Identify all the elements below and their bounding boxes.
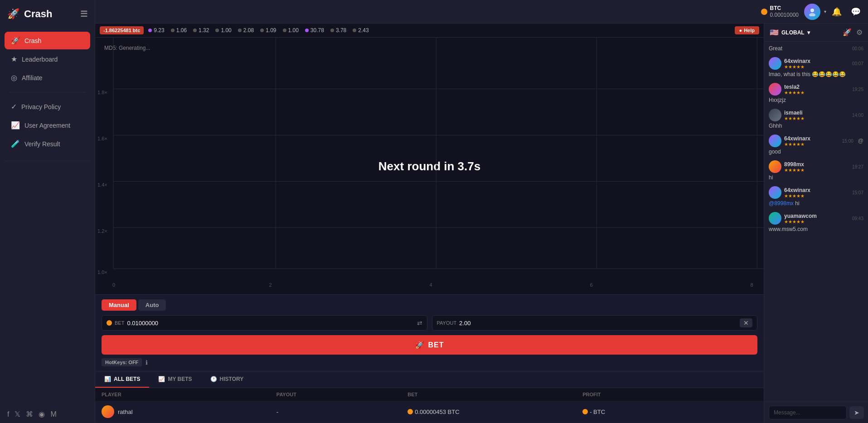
payout-label: PAYOUT: [437, 320, 457, 326]
chart-container: MD5: Generating... Next round in 3.7s: [95, 38, 764, 294]
discord-icon[interactable]: ⌘: [26, 410, 33, 418]
mult-item-1[interactable]: 1.06: [171, 27, 187, 34]
chat-global-label: GLOBAL: [781, 29, 805, 36]
mult-item-9[interactable]: 2.43: [353, 27, 369, 34]
chat-time-1: 19:25: [852, 87, 863, 92]
chat-avatar-5: [769, 186, 781, 199]
chat-avatar-6: [769, 212, 781, 225]
notification-bell-icon[interactable]: 🔔: [832, 7, 842, 17]
chat-top-time: 00:06: [852, 46, 863, 51]
chat-stars-3: ★★★★★: [784, 142, 810, 147]
currency-label: BTC: [770, 5, 799, 11]
mult-item-6[interactable]: 1.00: [283, 27, 299, 34]
verify-icon: 🧪: [11, 139, 20, 148]
chat-stars-5: ★★★★★: [784, 193, 810, 198]
history-icon: 🕐: [210, 376, 217, 382]
chat-username-1: tesla2: [784, 84, 805, 90]
sidebar-item-crash[interactable]: 🚀 Crash: [5, 32, 90, 49]
medium-icon[interactable]: M: [50, 410, 56, 418]
chat-panel: 🇺🇸 GLOBAL ▾ 🚀 ⚙ Great 00:06: [764, 24, 868, 423]
chat-messages-list: Great 00:06 64xwinarx ★★★★★ 00:07 lmao,: [764, 42, 868, 402]
logo-emoji: 🚀: [7, 8, 19, 20]
mult-item-5[interactable]: 1.09: [260, 27, 276, 34]
sidebar-item-affiliate[interactable]: ◎ Affiliate: [5, 69, 90, 87]
payout-clear-button[interactable]: ✕: [740, 318, 752, 327]
chat-stars-4: ★★★★★: [784, 168, 805, 173]
reddit-icon[interactable]: ◉: [39, 410, 45, 418]
tab-history[interactable]: 🕐 HISTORY: [201, 371, 253, 388]
chart-svg: 1.8× 1.6× 1.4× 1.2× 1.0× 0 2 4 6 8: [95, 38, 764, 294]
hotkeys-bar: HotKeys: OFF ℹ: [102, 358, 757, 366]
chat-username-6: yuamawcom: [784, 213, 817, 219]
bet-input[interactable]: [127, 320, 414, 327]
chat-msg-2: ismaeli ★★★★★ 14:00 Ghhh: [769, 109, 863, 129]
header-bet: BET: [407, 392, 582, 397]
chat-message-top: Great 00:06: [769, 45, 863, 52]
chat-username-2: ismaeli: [784, 110, 805, 116]
chat-text-6: www.msw5.com: [769, 226, 863, 232]
logo: 🚀 Crash ☰: [0, 0, 95, 28]
privacy-icon: ✓: [11, 102, 17, 111]
tab-manual[interactable]: Manual: [102, 299, 136, 311]
bet-btc-icon: [107, 320, 112, 326]
sidebar-item-privacy[interactable]: ✓ Privacy Policy: [5, 98, 90, 115]
tab-all-bets[interactable]: 📊 ALL BETS: [95, 371, 149, 388]
bet-arrows-icon[interactable]: ⇄: [417, 319, 422, 327]
svg-text:8: 8: [751, 282, 753, 288]
chat-stars-2: ★★★★★: [784, 116, 805, 121]
payout-input[interactable]: [459, 320, 737, 327]
svg-text:0: 0: [112, 282, 115, 288]
chat-input-area: ➤: [764, 402, 868, 423]
chat-settings-icon[interactable]: ⚙: [856, 28, 863, 37]
chat-rocket-icon[interactable]: 🚀: [843, 28, 852, 37]
mult-item-4[interactable]: 2.08: [238, 27, 254, 34]
hotkeys-info-icon[interactable]: ℹ: [145, 359, 148, 366]
bet-amount: 0.00000453 BTC: [415, 409, 459, 415]
sidebar-item-user-agreement-label: User Agreement: [24, 122, 70, 129]
svg-text:1.8×: 1.8×: [97, 90, 107, 95]
chat-username-4: 8998mx: [784, 161, 805, 168]
menu-icon[interactable]: ☰: [80, 9, 87, 19]
mult-item-7[interactable]: 30.78: [305, 27, 324, 34]
facebook-icon[interactable]: f: [7, 410, 9, 418]
bets-table: PLAYER PAYOUT BET PROFIT rathal -: [95, 388, 764, 423]
header-payout: PAYOUT: [276, 392, 407, 397]
affiliate-icon: ◎: [11, 73, 17, 82]
chat-global-button[interactable]: 🇺🇸 GLOBAL ▾: [770, 28, 810, 37]
svg-point-1: [809, 13, 815, 16]
chat-toggle-icon[interactable]: 💬: [851, 7, 861, 17]
header-player: PLAYER: [102, 392, 276, 397]
help-button[interactable]: ● Help: [735, 26, 760, 34]
row-payout: -: [276, 409, 407, 415]
bets-section: 📊 ALL BETS 📈 MY BETS 🕐 HISTORY PLAYER: [95, 371, 764, 423]
twitter-icon[interactable]: 𝕏: [15, 410, 20, 418]
sidebar-item-leaderboard[interactable]: ★ Leaderboard: [5, 50, 90, 68]
table-row: rathal - 0.00000453 BTC - BTC: [95, 401, 764, 423]
bets-table-header: PLAYER PAYOUT BET PROFIT: [95, 388, 764, 401]
mult-item-2[interactable]: 1.32: [193, 27, 209, 34]
header-profit: PROFIT: [582, 392, 757, 397]
bet-button-label: BET: [428, 341, 444, 349]
mult-item-3[interactable]: 1.00: [215, 27, 231, 34]
bet-button[interactable]: 🚀 BET: [102, 335, 757, 355]
avatar-dropdown-icon[interactable]: ▾: [824, 9, 826, 14]
svg-text:6: 6: [590, 282, 593, 288]
mult-item-0[interactable]: 9.23: [148, 27, 164, 34]
chat-send-button[interactable]: ➤: [849, 406, 864, 419]
chat-text-3: good: [769, 149, 863, 155]
tab-my-bets[interactable]: 📈 MY BETS: [149, 371, 201, 388]
chat-message-input[interactable]: [769, 406, 847, 419]
sidebar-divider-1: [9, 92, 86, 92]
sidebar-item-verify-label: Verify Result: [24, 140, 60, 148]
sidebar-item-verify[interactable]: 🧪 Verify Result: [5, 135, 90, 153]
avatar-area[interactable]: ▾: [804, 4, 826, 20]
bet-inputs-row: BET ⇄ PAYOUT ✕: [102, 315, 757, 331]
chat-header-icons: 🚀 ⚙: [843, 28, 863, 37]
chat-username-5: 64xwinarx: [784, 187, 810, 193]
user-avatar[interactable]: [804, 4, 820, 20]
mention-5: @8998mx: [769, 200, 794, 207]
mult-item-8[interactable]: 3.78: [330, 27, 346, 34]
sidebar-item-privacy-label: Privacy Policy: [21, 103, 61, 111]
sidebar-item-user-agreement[interactable]: 📈 User Agreement: [5, 116, 90, 134]
tab-auto[interactable]: Auto: [138, 299, 166, 311]
